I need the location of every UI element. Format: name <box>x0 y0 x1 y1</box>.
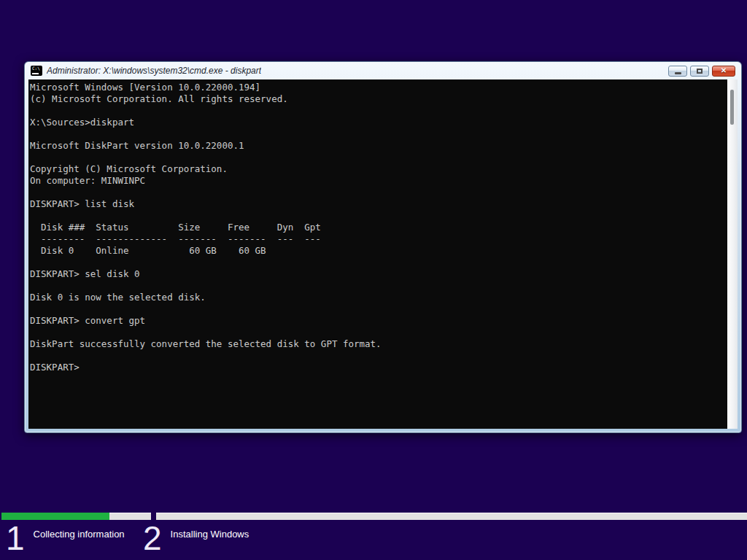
step-1-number: 1 <box>6 521 25 556</box>
progress-track-step-2 <box>156 513 747 520</box>
setup-progress-bar <box>0 513 747 520</box>
close-icon: ✕ <box>721 67 727 74</box>
cmd-icon-cursor-bar <box>32 73 39 74</box>
close-button[interactable]: ✕ <box>712 66 735 77</box>
minimize-icon <box>675 72 681 74</box>
maximize-icon <box>697 69 703 74</box>
cmd-window: C:\ Administrator: X:\windows\system32\c… <box>24 61 742 433</box>
step-2-number: 2 <box>143 521 162 556</box>
scrollbar-thumb[interactable] <box>730 90 734 125</box>
cmd-icon-prompt-text: C:\ <box>32 66 40 71</box>
step-2-label: Installing Windows <box>171 529 249 540</box>
console-area[interactable]: Microsoft Windows [Version 10.0.22000.19… <box>28 79 738 429</box>
scrollbar[interactable] <box>727 79 738 429</box>
setup-step-2: 2 Installing Windows <box>143 521 249 556</box>
window-controls: ✕ <box>668 66 735 77</box>
setup-step-1: 1 Collecting information <box>6 521 125 556</box>
window-title: Administrator: X:\windows\system32\cmd.e… <box>47 66 261 76</box>
terminal-output[interactable]: Microsoft Windows [Version 10.0.22000.19… <box>28 79 727 429</box>
maximize-button[interactable] <box>690 66 709 77</box>
step-1-label: Collecting information <box>34 529 125 540</box>
cmd-prompt-icon: C:\ <box>31 66 42 76</box>
window-titlebar[interactable]: C:\ Administrator: X:\windows\system32\c… <box>28 62 738 79</box>
minimize-button[interactable] <box>668 66 687 77</box>
